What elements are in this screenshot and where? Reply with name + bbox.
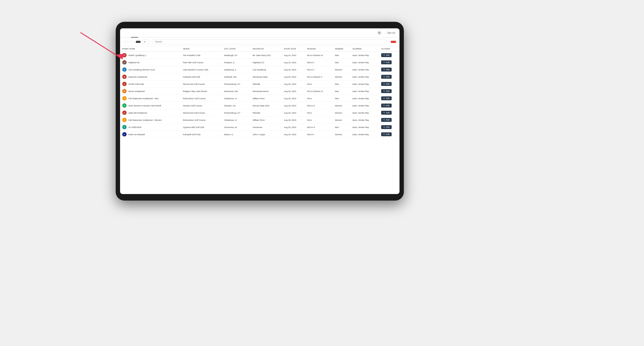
event-name-cell: K Klash at Kokopelli bbox=[120, 131, 181, 138]
actions-cell: ✎ Edit bbox=[379, 52, 400, 59]
city-cell: Newburgh, NY bbox=[222, 52, 250, 59]
edit-button[interactable]: ✎ Edit bbox=[381, 75, 392, 79]
edit-icon: ✎ bbox=[383, 112, 385, 114]
edit-button[interactable]: ✎ Edit bbox=[381, 60, 392, 64]
division-cell: NICAA I bbox=[305, 59, 333, 66]
tablet-frame: ⚙ | Sign out ≡ bbox=[116, 22, 404, 200]
table-row: 2 2023 Women's Hesston Fall Kickoff Hess… bbox=[120, 102, 400, 109]
city-cell: Deerwood, MN bbox=[222, 88, 250, 95]
scoring-cell: team, Stroke Play bbox=[350, 52, 379, 59]
actions-cell: ✎ Edit bbox=[379, 102, 400, 109]
city-cell: Prestonsburg, KY bbox=[222, 80, 250, 88]
table-row: F Fall Statesmen Invitational - Women Ed… bbox=[120, 116, 400, 124]
date-cell: Aug 28, 2023 bbox=[282, 109, 305, 116]
search-input[interactable] bbox=[153, 39, 387, 44]
date-cell: Aug 28, 2023 bbox=[282, 95, 305, 102]
create-button[interactable] bbox=[391, 41, 396, 43]
edit-icon: ✎ bbox=[383, 126, 385, 128]
edit-button[interactable]: ✎ Edit bbox=[381, 104, 392, 108]
gender-cell: Women bbox=[333, 109, 350, 116]
venue-cell: Edmundson Golf Course bbox=[181, 95, 222, 102]
svg-line-0 bbox=[81, 33, 122, 59]
hosted-by-cell: Minnesota State bbox=[250, 73, 282, 80]
venue-cell: Hesston Golf Course bbox=[181, 102, 222, 109]
scoring-cell: team, Stroke Play bbox=[350, 59, 379, 66]
venue-cell: Cypress Hills Golf Club bbox=[181, 124, 222, 131]
edit-button[interactable]: ✎ Edit bbox=[381, 89, 392, 93]
date-cell: Aug 28, 2023 bbox=[282, 124, 305, 131]
gender-cell: Women bbox=[333, 131, 350, 138]
event-name-cell: M Morris Invitational bbox=[120, 88, 181, 95]
venue-cell: Kokopelli Golf Club bbox=[181, 131, 222, 138]
table-row: U UPIKE Fall Invite StoneCrest Golf Cour… bbox=[120, 80, 400, 88]
division-cell: NICAA I bbox=[305, 66, 333, 73]
nav-bar: ⚙ | Sign out bbox=[120, 28, 400, 37]
nav-user-area: ⚙ | Sign out bbox=[378, 31, 395, 35]
division-cell: NICAA II bbox=[305, 124, 333, 131]
gender-cell: Women bbox=[333, 102, 350, 109]
table-row: M Maverick Invitational Faribault Golf C… bbox=[120, 73, 400, 80]
signout-link[interactable]: Sign out bbox=[387, 32, 395, 34]
edit-button[interactable]: ✎ Edit bbox=[381, 96, 392, 100]
actions-cell: ✎ Edit bbox=[379, 80, 400, 88]
col-scoring: SCORING bbox=[350, 46, 379, 52]
search-box bbox=[153, 39, 387, 44]
edit-button[interactable]: ✎ Edit bbox=[381, 125, 392, 129]
division-cell: NCAA Division II bbox=[305, 73, 333, 80]
actions-cell: ✎ Edit bbox=[379, 109, 400, 116]
gender-cell: Men bbox=[333, 124, 350, 131]
city-cell: Marion, IL bbox=[222, 131, 250, 138]
hosted-by-cell: Pikeville bbox=[250, 80, 282, 88]
edit-button[interactable]: ✎ Edit bbox=[381, 53, 392, 57]
date-cell: Aug 25, 2023 bbox=[282, 59, 305, 66]
scoring-cell: team, Stroke Play bbox=[350, 131, 379, 138]
event-name-cell: 2 2023 Women's Hesston Fall Kickoff bbox=[120, 102, 181, 109]
actions-cell: ✎ Edit bbox=[379, 131, 400, 138]
edit-button[interactable]: ✎ Edit bbox=[381, 68, 392, 71]
event-name-cell: V VU PREVIEW bbox=[120, 124, 181, 131]
table-row: K Klash at Kokopelli Kokopelli Golf Club… bbox=[120, 131, 400, 138]
edit-icon: ✎ bbox=[383, 68, 385, 71]
edit-icon: ✎ bbox=[383, 97, 385, 99]
gender-cell: Women bbox=[333, 66, 350, 73]
hosted-by-cell: Minnesota-Morris bbox=[250, 88, 282, 95]
venue-cell: Faribault Golf Club bbox=[181, 73, 222, 80]
filter-button[interactable]: ≡ bbox=[142, 39, 149, 44]
col-city-state: CITY, STATE bbox=[222, 46, 250, 52]
scoring-cell: team, Stroke Play bbox=[350, 73, 379, 80]
venue-cell: StoneCrest Golf Course bbox=[181, 80, 222, 88]
tournament-table-container: EVENT NAME VENUE CITY, STATE HOSTED BY S… bbox=[120, 46, 400, 194]
gender-cell: Men bbox=[333, 95, 350, 102]
scoring-cell: team, Stroke Play bbox=[350, 88, 379, 95]
hosted-by-cell: Highland CC bbox=[250, 59, 282, 66]
settings-icon[interactable]: ⚙ bbox=[378, 31, 382, 35]
edit-icon: ✎ bbox=[383, 83, 385, 85]
date-cell: Aug 28, 2023 bbox=[282, 88, 305, 95]
actions-cell: ✎ Edit bbox=[379, 66, 400, 73]
edit-button[interactable]: ✎ Edit bbox=[381, 82, 392, 86]
edit-button[interactable]: ✎ Edit bbox=[381, 111, 392, 115]
division-cell: NAIA bbox=[305, 95, 333, 102]
table-row: V VU PREVIEW Cypress Hills Golf Club Vin… bbox=[120, 124, 400, 131]
filter-icon: ≡ bbox=[144, 40, 146, 43]
city-cell: Galesburg, IL bbox=[222, 66, 250, 73]
city-cell: Faribault, MN bbox=[222, 73, 250, 80]
edit-icon: ✎ bbox=[383, 61, 385, 63]
edit-button[interactable]: ✎ Edit bbox=[381, 118, 392, 122]
gender-cell: Men bbox=[333, 59, 350, 66]
col-gender: GENDER bbox=[333, 46, 350, 52]
city-cell: Oskaloosa, IA bbox=[222, 95, 250, 102]
date-cell: Aug 26, 2023 bbox=[282, 66, 305, 73]
scoring-cell: team, Stroke Play bbox=[350, 80, 379, 88]
date-cell: Aug 28, 2023 bbox=[282, 131, 305, 138]
date-cell: Aug 24, 2023 bbox=[282, 52, 305, 59]
hosted-by-cell: Vincennes bbox=[250, 124, 282, 131]
gender-cell: Women bbox=[333, 73, 350, 80]
venue-cell: Park Hills Golf Course bbox=[181, 59, 222, 66]
division-cell: NCAA Division III bbox=[305, 52, 333, 59]
edit-button[interactable]: ✎ Edit bbox=[381, 132, 392, 136]
venue-cell: Lake Bracken Country Club bbox=[181, 66, 222, 73]
scoring-cell: team, Stroke Play bbox=[350, 95, 379, 102]
date-cell: Aug 28, 2023 bbox=[282, 73, 305, 80]
venue-cell: StoneCrest Golf Course bbox=[181, 109, 222, 116]
